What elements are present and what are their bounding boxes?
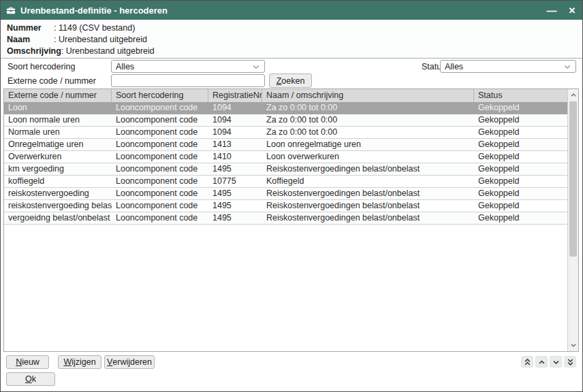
externe-code-input[interactable]: [111, 74, 265, 87]
filter-bar: Soort hercodering Alles Status Alles Ext…: [1, 59, 582, 88]
table-row[interactable]: Loon normale urenLooncomponent code1094Z…: [4, 114, 567, 127]
table-row[interactable]: OverwerkurenLooncomponent code1410Loon o…: [4, 151, 567, 163]
column-header-externe-code[interactable]: Externe code / nummer: [4, 89, 112, 102]
record-navigation: [521, 356, 576, 368]
table-cell: Koffiegeld: [262, 176, 474, 187]
dialog-window: Urenbestand-definitie - hercoderen — ✕ N…: [0, 0, 583, 392]
table-cell: 1495: [208, 212, 262, 224]
table-row[interactable]: km vergoedingLooncomponent code1495Reisk…: [4, 163, 567, 176]
double-chevron-up-icon: [524, 358, 531, 366]
column-header-soort-hercodering[interactable]: Soort hercodering: [112, 89, 208, 102]
table-cell: Looncomponent code: [112, 163, 208, 175]
info-row-omschrijving: Omschrijving: Urenbestand uitgebreid: [7, 46, 582, 57]
info-row-naam: Naam: Urenbestand uitgebreid: [7, 34, 582, 46]
column-header-status[interactable]: Status: [474, 89, 578, 102]
window-title: Urenbestand-definitie - hercoderen: [20, 5, 168, 16]
table-cell: Reiskostenvergoedingen belast/onbelast: [262, 188, 474, 199]
scroll-up-icon[interactable]: [568, 90, 579, 101]
scrollbar-thumb[interactable]: [569, 101, 577, 257]
omschrijving-sep: :: [61, 46, 66, 57]
table-row[interactable]: reiskostenvergoeding belas...Looncompone…: [4, 200, 567, 212]
vertical-scrollbar[interactable]: [567, 89, 578, 351]
go-last-button[interactable]: [564, 356, 576, 368]
ok-button[interactable]: Ok: [6, 372, 55, 386]
table-row[interactable]: reiskostenvergoedingLooncomponent code14…: [4, 188, 567, 200]
table-row[interactable]: vergoeidng belast/onbelastLooncomponent …: [4, 212, 567, 225]
zoeken-button[interactable]: Zoeken: [269, 74, 312, 88]
table-header: Externe code / nummer Soort hercodering …: [4, 89, 578, 102]
table-cell: 1495: [208, 200, 262, 212]
table-cell: Loon normale uren: [4, 114, 112, 126]
status-value: Alles: [445, 62, 563, 71]
table-cell: Gekoppeld: [474, 127, 561, 138]
table-cell: 1094: [208, 102, 262, 114]
status-select[interactable]: Alles: [440, 60, 576, 73]
table-cell: Looncomponent code: [112, 139, 208, 150]
table-cell: Reiskostenvergoedingen belast/onbelast: [262, 200, 474, 212]
naam-label: Naam: [7, 34, 54, 46]
table-cell: 1410: [208, 151, 262, 163]
table-cell: 1094: [208, 114, 262, 126]
table-cell: reiskostenvergoeding belas...: [4, 200, 112, 212]
table-cell: Za zo 0:00 tot 0:00: [262, 114, 474, 126]
minimize-button[interactable]: —: [541, 1, 562, 20]
double-chevron-down-icon: [567, 358, 574, 366]
wijzigen-button[interactable]: Wijzigen: [58, 355, 101, 369]
nummer-value: 1149 (CSV bestand): [59, 22, 135, 34]
nummer-label: Nummer: [7, 22, 54, 34]
table-cell: Gekoppeld: [474, 102, 561, 114]
soort-hercodering-label: Soort hercodering: [7, 61, 75, 74]
table-cell: Onregelmatige uren: [4, 139, 112, 150]
nummer-sep: :: [54, 22, 59, 34]
close-button[interactable]: ✕: [562, 1, 582, 20]
table-cell: Gekoppeld: [474, 139, 561, 150]
naam-value: Urenbestand uitgebreid: [59, 34, 147, 46]
go-previous-button[interactable]: [535, 356, 548, 368]
table-cell: 1413: [208, 139, 262, 150]
column-header-naam-omschrijving[interactable]: Naam / omschrijving: [262, 89, 474, 102]
go-next-button[interactable]: [550, 356, 562, 368]
table-cell: Gekoppeld: [474, 114, 561, 126]
chevron-down-icon: [252, 63, 260, 71]
table-row[interactable]: LoonLooncomponent code1094Za zo 0:00 tot…: [4, 102, 567, 114]
table-cell: Looncomponent code: [112, 212, 208, 224]
table-row[interactable]: koffiegeldLooncomponent code10775Koffieg…: [4, 176, 567, 188]
table-cell: Reiskostenvergoedingen belast/onbelast: [262, 163, 474, 175]
table-cell: koffiegeld: [4, 176, 112, 187]
table-cell: Loon overwerkuren: [262, 151, 474, 163]
naam-sep: :: [54, 34, 59, 46]
chevron-down-icon: [552, 359, 560, 365]
table-cell: Gekoppeld: [474, 163, 561, 175]
definition-info-panel: Nummer: 1149 (CSV bestand) Naam: Urenbes…: [1, 20, 582, 59]
soort-hercodering-select[interactable]: Alles: [111, 60, 265, 73]
scroll-down-icon[interactable]: [568, 340, 579, 350]
soort-hercodering-value: Alles: [116, 62, 252, 71]
table-cell: 1495: [208, 188, 262, 199]
table-cell: 1495: [208, 163, 262, 175]
table-cell: reiskostenvergoeding: [4, 188, 112, 199]
table-cell: Gekoppeld: [474, 151, 561, 163]
table-cell: Overwerkuren: [4, 151, 112, 163]
table-row[interactable]: Normale urenLooncomponent code1094Za zo …: [4, 127, 567, 139]
table-cell: Gekoppeld: [474, 176, 561, 187]
info-row-nummer: Nummer: 1149 (CSV bestand): [7, 22, 582, 34]
table-cell: Looncomponent code: [112, 176, 208, 187]
table-cell: Za zo 0:00 tot 0:00: [262, 102, 474, 114]
table-cell: vergoeidng belast/onbelast: [4, 212, 112, 224]
go-first-button[interactable]: [521, 356, 533, 368]
column-header-registratienr[interactable]: RegistratieNr: [208, 89, 262, 102]
nieuw-button[interactable]: Nieuw: [6, 355, 49, 369]
table-cell: Za zo 0:00 tot 0:00: [262, 127, 474, 138]
table-cell: Gekoppeld: [474, 188, 561, 199]
table-cell: Looncomponent code: [112, 188, 208, 199]
table-row[interactable]: Onregelmatige urenLooncomponent code1413…: [4, 139, 567, 151]
omschrijving-label: Omschrijving: [7, 46, 61, 57]
table-cell: 1094: [208, 127, 262, 138]
chevron-down-icon: [563, 63, 571, 71]
table-cell: Reiskostenvergoedingen belast/onbelast: [262, 212, 474, 224]
verwijderen-button[interactable]: Verwijderen: [104, 355, 155, 369]
table-cell: Gekoppeld: [474, 212, 561, 224]
table-cell: 10775: [208, 176, 262, 187]
omschrijving-value: Urenbestand uitgebreid: [66, 46, 155, 57]
chevron-up-icon: [538, 359, 546, 365]
